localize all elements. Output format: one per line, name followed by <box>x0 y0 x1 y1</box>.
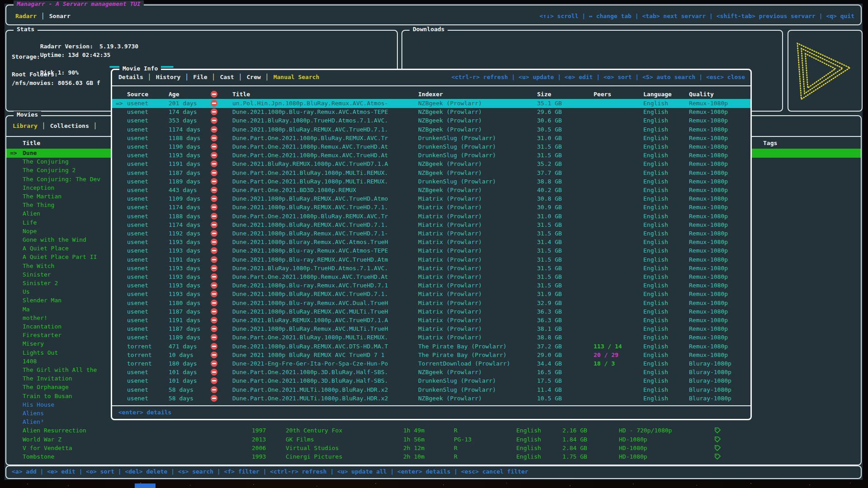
tab-library[interactable]: Library <box>13 122 38 129</box>
search-result-row[interactable]: usenet1189 daysDune.Part.One.2021.BluRay… <box>112 177 750 186</box>
movies-keybinds: <a> add | <e> edit | <o> sort | <del> de… <box>12 468 528 475</box>
tag-icon <box>714 427 721 435</box>
search-result-row[interactable]: usenet1109 daysDune.2021.1080p.BluRay.RE… <box>112 194 750 203</box>
search-result-row[interactable]: usenet1189 daysDune.Part.One.2021.BluRay… <box>112 333 750 342</box>
search-result-row[interactable]: usenet1174 daysDune.2021.1080p.BluRay.RE… <box>112 125 750 134</box>
result-title: Dune.2021.BluRay.REMUX.1080p.AVC.TrueHD7… <box>232 316 388 325</box>
search-result-row[interactable]: torrent180 daysDune-2021-Eng-Fre-Ger-Ita… <box>112 359 750 368</box>
search-result-row[interactable]: usenet1188 daysDune.Part.One.2021.1080p.… <box>112 212 750 221</box>
search-result-row[interactable]: usenet101 daysDune.Part.One.2021.1080p.3… <box>112 376 750 385</box>
result-title: Dune.2021.1080p.BluRay.REMUX.AVC.TrueHD.… <box>232 194 388 203</box>
search-result-row[interactable]: torrent10 daysDune 2021 1080p BluRay REM… <box>112 351 750 360</box>
search-result-row[interactable]: usenet1193 daysDune.2021.1080p.Blu-ray.R… <box>112 246 750 255</box>
result-size: 17.5 GB <box>537 376 562 385</box>
result-indexer: DrunkenSlug (Prowlarr) <box>418 376 496 385</box>
result-title: Dune.2021.BluRay.1080p.TrueHD.Atmos.7.1.… <box>232 264 388 273</box>
result-size: 31.5 GB <box>537 142 562 151</box>
result-age: 1193 days <box>169 238 200 247</box>
tab-radarr[interactable]: Radarr <box>15 13 37 19</box>
movie-title: The Witch <box>23 262 54 271</box>
search-result-row[interactable]: usenet1193 daysDune.Part.One.2021.1080p.… <box>112 272 750 282</box>
result-quality: Remux-1080p <box>689 134 728 143</box>
result-size: 36.3 GB <box>537 307 562 316</box>
tab-sonarr[interactable]: Sonarr <box>49 13 71 19</box>
result-quality: Bluray-1080p <box>689 394 731 403</box>
tab-collections[interactable]: Collections <box>50 122 89 129</box>
result-size: 31.5 GB <box>537 246 562 255</box>
tab-file[interactable]: File <box>193 74 207 80</box>
result-title: Dune.Part.One.2021.BluRay.1080p.MULTi.RE… <box>232 177 388 186</box>
servarr-tabs: Radarr│Sonarr <box>15 13 71 19</box>
search-result-row[interactable]: usenet1193 daysDune.2021.1080p.Blu-ray.R… <box>112 281 750 290</box>
search-result-row[interactable]: usenet1187 daysDune.2021.1080p.BluRay.RE… <box>112 307 750 316</box>
result-source: usenet <box>127 212 148 221</box>
tab-manual-search[interactable]: Manual Search <box>274 74 320 80</box>
rejected-icon <box>211 300 217 306</box>
search-result-row[interactable]: usenet1191 daysDune.2021.1080p.Blu-ray.R… <box>112 255 750 264</box>
search-result-row[interactable]: usenet58 daysDune.Part.One.2021.MULTi.10… <box>112 385 750 394</box>
rejected-icon <box>211 230 217 237</box>
search-result-row[interactable]: usenet1187 daysDune.Part.One.2021.BluRay… <box>112 169 750 178</box>
rejected-icon <box>211 187 217 193</box>
result-source: usenet <box>127 281 148 290</box>
result-source: usenet <box>127 376 148 385</box>
search-result-row[interactable]: usenet101 daysDune.Part.One.2021.1080p.3… <box>112 368 750 377</box>
movie-studio: 20th Century Fox <box>286 426 342 435</box>
search-result-row[interactable]: usenet1193 daysDune.2021.1080p.BluRay.RE… <box>112 290 750 299</box>
search-result-row[interactable]: usenet1190 daysDune.Part.One.2021.1080p.… <box>112 142 750 151</box>
search-result-row[interactable]: usenet1192 daysDune.2021.1080p.BluRay.Re… <box>112 229 750 238</box>
search-result-row[interactable]: =>usenet201 daysun.Pol.Hin.Jpn.1080p.Blu… <box>112 99 750 108</box>
rejected-icon <box>211 343 217 350</box>
search-result-row[interactable]: usenet1191 daysDune.2021.BluRay.REMUX.10… <box>112 160 750 169</box>
movie-rating: R <box>454 444 458 453</box>
result-size: 37.7 GB <box>537 169 562 178</box>
search-result-row[interactable]: usenet1193 daysDune.2021.BluRay.1080p.Tr… <box>112 264 750 273</box>
movie-list-item[interactable]: Tombstone1993Cinergi Pictures2h 10mREngl… <box>6 452 861 461</box>
result-quality: Remux-1080p <box>689 160 728 169</box>
result-indexer: Miatrix (Prowlarr) <box>418 299 482 308</box>
movie-list-item[interactable]: V for Vendetta2006Virtual Studios2h 12mR… <box>6 444 861 453</box>
search-result-row[interactable]: usenet353 daysDune.2021.BluRay.1080p.Tru… <box>112 116 750 125</box>
movie-list-item[interactable]: World War Z2013GK Films1h 56mPG-13Englis… <box>6 435 861 444</box>
result-language: English <box>643 376 668 385</box>
result-language: English <box>643 324 668 333</box>
movie-year: 2006 <box>252 444 266 453</box>
movie-list-item[interactable]: Alien Resurrection199720th Century Fox1h… <box>6 426 861 435</box>
movie-year: 1997 <box>252 426 266 435</box>
result-source: usenet <box>127 125 148 134</box>
search-result-row[interactable]: usenet1191 daysDune.2021.BluRay.REMUX.10… <box>112 316 750 325</box>
search-result-row[interactable]: usenet1188 daysDune.Part.One.2021.1080p.… <box>112 134 750 143</box>
result-language: English <box>643 221 668 230</box>
tab-history[interactable]: History <box>156 74 181 80</box>
result-age: 101 days <box>169 368 197 377</box>
tab-crew[interactable]: Crew <box>247 74 261 80</box>
search-result-row[interactable]: usenet1174 daysDune.2021.1080p.BluRay.RE… <box>112 203 750 212</box>
search-result-row[interactable]: torrent471 daysDune.2021.1080p.BluRay.RE… <box>112 342 750 351</box>
search-result-row[interactable]: usenet1187 daysDune.2021.1080p.BluRay.Re… <box>112 324 750 333</box>
rejected-icon <box>211 169 217 176</box>
search-result-row[interactable]: usenet1193 daysDune.2021.1080p.Bluray.Re… <box>112 238 750 247</box>
search-result-row[interactable]: usenet1174 daysDune.2021.1080p.BluRay.RE… <box>112 221 750 230</box>
tab-details[interactable]: Details <box>118 74 143 80</box>
result-age: 1190 days <box>169 142 200 151</box>
result-title: Dune.2021.1080p.Blu-ray.Remux.AVC.Dual.T… <box>232 299 388 308</box>
result-indexer: Miatrix (Prowlarr) <box>418 281 482 290</box>
result-age: 353 days <box>169 116 197 125</box>
result-indexer: DrunkenSlug (Prowlarr) <box>418 142 496 151</box>
search-result-row[interactable]: usenet1180 daysDune.2021.1080p.Blu-ray.R… <box>112 299 750 308</box>
result-source: usenet <box>127 333 148 342</box>
movie-title: The Invitation <box>23 374 72 383</box>
result-age: 1187 days <box>169 169 200 178</box>
result-source: usenet <box>127 368 148 377</box>
movie-studio: Cinergi Pictures <box>286 452 342 461</box>
result-indexer: NZBgeek (Prowlarr) <box>418 125 482 134</box>
search-result-row[interactable]: usenet1193 daysDune.Part.One.2021.1080p.… <box>112 151 750 160</box>
search-result-row[interactable]: usenet174 daysDune.2021.1080p.Blu-ray.Re… <box>112 108 750 117</box>
movie-studio: Virtual Studios <box>286 444 339 453</box>
search-result-row[interactable]: usenet443 daysDune.Part.One.2021.BD3D.10… <box>112 186 750 195</box>
tab-cast[interactable]: Cast <box>220 74 234 80</box>
downloads-panel-title: Downloads <box>410 26 448 33</box>
movie-rating: R <box>454 452 458 461</box>
search-result-row[interactable]: usenet58 daysDune.Part.One.2021.MULTi.10… <box>112 394 750 403</box>
result-quality: Remux-1080p <box>689 212 728 221</box>
